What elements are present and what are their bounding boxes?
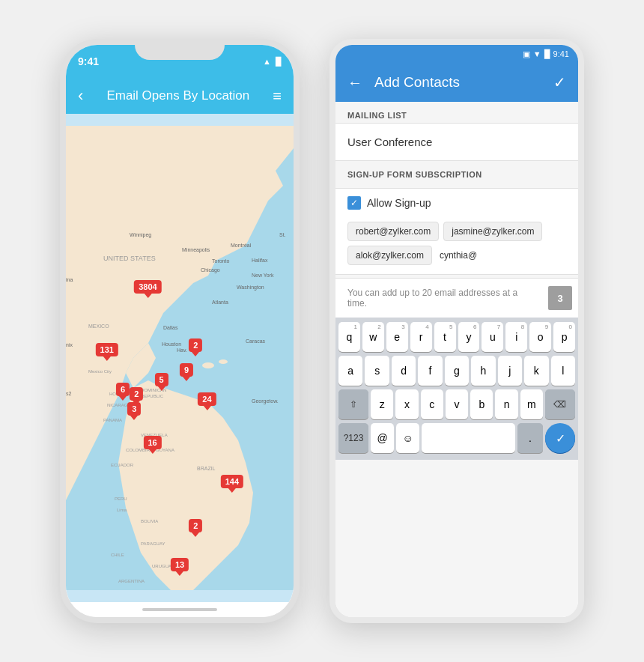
signup-label: SIGN-UP FORM SUBSCRIPTION — [335, 161, 578, 182]
svg-text:nix: nix — [66, 342, 73, 347]
map-pin-pin-9: 9 — [180, 363, 193, 377]
svg-text:Winnipeg: Winnipeg — [130, 232, 151, 238]
key-p[interactable]: 0p — [553, 322, 575, 352]
keyboard-row-4: ?123 @ ☺ . ✓ — [338, 423, 575, 453]
map-pin-pin-6: 6 — [116, 383, 130, 396]
keyboard: 1q2w3e4r5t6y7u8i9o0p asdfghjkl ⇧zxcvbnm⌫… — [335, 318, 578, 460]
ios-status-icons: ▲ ▉ — [263, 57, 282, 67]
ios-home-bar — [66, 602, 294, 617]
key-num-p: 0 — [569, 324, 572, 330]
android-status-icons: ▣ ▼ ▉ 9:41 — [523, 49, 569, 59]
keyboard-row-1: 1q2w3e4r5t6y7u8i9o0p — [338, 322, 575, 352]
key-i[interactable]: 8i — [505, 322, 527, 352]
numbers-key[interactable]: ?123 — [338, 423, 368, 453]
svg-text:Toronto: Toronto — [212, 258, 229, 264]
emoji-key[interactable]: ☺ — [396, 423, 419, 453]
confirm-icon[interactable]: ✓ — [553, 73, 566, 91]
svg-text:Caracas: Caracas — [246, 338, 266, 344]
signup-card: ✓ Allow Sign-up robert@zylker.com jasmin… — [335, 188, 578, 275]
android-status-bar: ▣ ▼ ▉ 9:41 — [335, 45, 578, 63]
svg-text:REPUBLIC: REPUBLIC — [141, 394, 164, 398]
svg-text:Halifax: Halifax — [252, 258, 268, 263]
svg-text:UNITED STATES: UNITED STATES — [103, 255, 156, 262]
android-time: 9:41 — [553, 49, 569, 58]
map-pin-pin-13: 13 — [171, 558, 189, 571]
svg-text:Dallas: Dallas — [163, 325, 178, 330]
key-w[interactable]: 2w — [362, 322, 384, 352]
hint-text: You can add up to 20 email addresses at … — [335, 279, 548, 318]
email-tag-0[interactable]: robert@zylker.com — [347, 222, 439, 241]
backspace-key[interactable]: ⌫ — [545, 389, 575, 419]
signup-section: SIGN-UP FORM SUBSCRIPTION ✓ Allow Sign-u… — [335, 161, 578, 275]
key-q[interactable]: 1q — [338, 322, 360, 352]
key-r[interactable]: 4r — [410, 322, 432, 352]
key-h[interactable]: h — [471, 356, 495, 386]
shift-key[interactable]: ⇧ — [338, 389, 368, 419]
key-l[interactable]: l — [551, 356, 575, 386]
key-num-e: 3 — [401, 324, 404, 330]
phone-android: ▣ ▼ ▉ 9:41 ← Add Contacts ✓ MAILING LIST… — [329, 39, 584, 623]
svg-text:PERU: PERU — [115, 496, 127, 501]
key-a[interactable]: a — [338, 356, 362, 386]
keyboard-row-3: ⇧zxcvbnm⌫ — [338, 389, 575, 419]
action-icon: ✓ — [556, 431, 565, 446]
email-tag-1[interactable]: jasmine@zylker.com — [443, 222, 542, 241]
svg-text:Hav.: Hav. — [177, 347, 187, 353]
key-y[interactable]: 6y — [458, 322, 480, 352]
mailing-list-value: User Conference — [347, 133, 566, 151]
numbers-label: ?123 — [344, 433, 364, 443]
key-v[interactable]: v — [446, 389, 468, 419]
svg-text:Atlanta: Atlanta — [212, 300, 228, 305]
key-b[interactable]: b — [470, 389, 493, 419]
svg-text:CHILE: CHILE — [111, 553, 124, 557]
mailing-list-label: MAILING LIST — [335, 102, 578, 123]
key-f[interactable]: f — [418, 356, 442, 386]
space-key[interactable] — [422, 423, 515, 453]
key-num-t: 5 — [449, 324, 452, 330]
mailing-list-section: MAILING LIST User Conference — [335, 102, 578, 161]
key-num-u: 7 — [497, 324, 500, 330]
map-pin-pin-3: 3 — [127, 402, 141, 416]
battery-icon: ▉ — [544, 49, 550, 59]
key-d[interactable]: d — [392, 356, 416, 386]
key-c[interactable]: c — [421, 389, 443, 419]
svg-text:New York: New York — [252, 273, 274, 278]
svg-text:BOLIVIA: BOLIVIA — [141, 519, 158, 523]
action-key[interactable]: ✓ — [545, 423, 575, 453]
back-icon[interactable]: ‹ — [78, 86, 83, 106]
map-pin-pin-5: 5 — [155, 373, 168, 386]
key-o[interactable]: 9o — [529, 322, 551, 352]
allow-signup-checkbox[interactable]: ✓ — [347, 196, 361, 210]
map-view: UNITED STATES MEXICO DOMINICAN REPUBLIC … — [66, 114, 294, 602]
home-indicator — [142, 608, 217, 611]
svg-text:Houston: Houston — [162, 341, 181, 347]
emoji-icon: ☺ — [403, 432, 413, 444]
key-z[interactable]: z — [371, 389, 393, 419]
check-icon: ✓ — [350, 198, 358, 208]
key-k[interactable]: k — [524, 356, 548, 386]
svg-text:Mexico City: Mexico City — [88, 369, 112, 374]
menu-icon[interactable]: ≡ — [273, 88, 282, 105]
battery-icon: ▉ — [276, 57, 282, 67]
at-key[interactable]: @ — [371, 423, 394, 453]
key-n[interactable]: n — [495, 389, 517, 419]
svg-point-5 — [219, 359, 228, 364]
key-t[interactable]: 5t — [434, 322, 456, 352]
key-m[interactable]: m — [520, 389, 543, 419]
key-num-o: 9 — [545, 324, 548, 330]
key-e[interactable]: 3e — [386, 322, 408, 352]
image-icon: ▣ — [523, 49, 530, 59]
period-key[interactable]: . — [517, 423, 543, 453]
allow-signup-row[interactable]: ✓ Allow Sign-up — [335, 189, 578, 217]
key-s[interactable]: s — [365, 356, 389, 386]
key-x[interactable]: x — [395, 389, 418, 419]
email-tag-2[interactable]: alok@zylker.com — [347, 246, 432, 265]
key-j[interactable]: j — [498, 356, 522, 386]
key-u[interactable]: 7u — [482, 322, 503, 352]
back-button[interactable]: ← — [347, 74, 362, 91]
svg-text:ECUADOR: ECUADOR — [111, 463, 134, 467]
map-pin-pin-3804: 3804 — [134, 280, 161, 294]
at-label: @ — [377, 432, 387, 444]
key-g[interactable]: g — [445, 356, 469, 386]
page-title: Add Contacts — [374, 74, 541, 91]
